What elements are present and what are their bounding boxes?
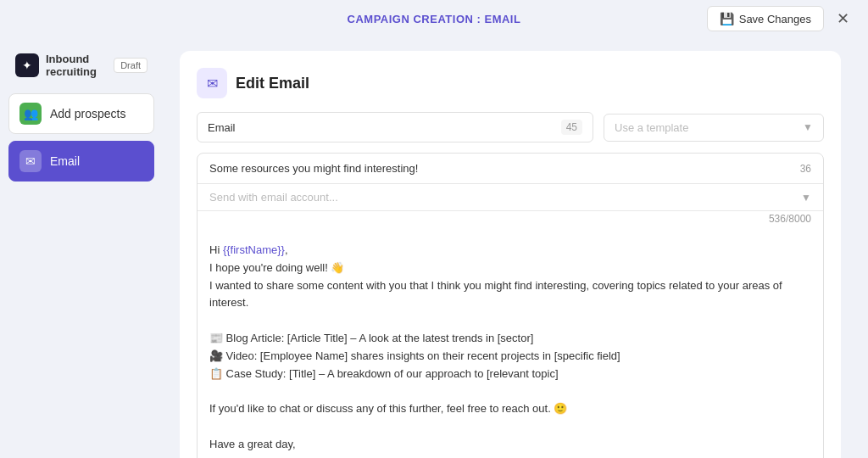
sidebar-item-label: Email (50, 154, 80, 168)
edit-panel-header: ✉ Edit Email (197, 68, 824, 98)
top-bar-actions: 💾 Save Changes ✕ (707, 6, 854, 31)
main-content: ✉ Edit Email Email 45 Use a template ▼ S… (163, 37, 868, 458)
chevron-down-icon: ▼ (803, 121, 813, 133)
add-prospects-icon: 👥 (19, 103, 42, 125)
app-layout: ✦ Inbound recruiting Draft 👥 Add prospec… (0, 37, 868, 458)
body-text: Hi {{firstName}}, I hope you're doing we… (209, 242, 811, 458)
brand-name: Inbound recruiting (46, 53, 107, 78)
sidebar-brand: ✦ Inbound recruiting Draft (8, 47, 154, 83)
email-template-row: Email 45 Use a template ▼ (197, 112, 824, 142)
sidebar-item-email[interactable]: ✉ Email (8, 141, 154, 182)
save-icon: 💾 (720, 12, 734, 25)
email-field[interactable]: Email 45 (197, 112, 593, 142)
body-char-count: 536/8000 (198, 211, 823, 230)
email-body-container: Some resources you might find interestin… (197, 153, 824, 458)
template-placeholder: Use a template (615, 121, 688, 134)
sidebar-item-label: Add prospects (50, 107, 126, 120)
draft-badge: Draft (114, 58, 147, 73)
edit-panel-icon: ✉ (197, 68, 227, 98)
edit-panel: ✉ Edit Email Email 45 Use a template ▼ S… (180, 51, 841, 458)
campaign-title: CAMPAIGN CREATION : Email (348, 13, 521, 25)
email-body-area[interactable]: Hi {{firstName}}, I hope you're doing we… (198, 230, 823, 458)
email-icon: ✉ (19, 150, 42, 172)
close-button[interactable]: ✕ (831, 7, 854, 31)
subject-text: Some resources you might find interestin… (209, 162, 418, 175)
top-bar: CAMPAIGN CREATION : Email 💾 Save Changes… (0, 0, 868, 37)
template-select[interactable]: Use a template ▼ (604, 114, 824, 142)
chevron-down-icon: ▼ (801, 192, 811, 204)
send-account-row[interactable]: Send with email account... ▼ (198, 184, 823, 211)
email-field-label: Email (208, 121, 561, 134)
send-account-placeholder: Send with email account... (209, 191, 338, 204)
sidebar-item-add-prospects[interactable]: 👥 Add prospects (8, 93, 154, 134)
brand-icon: ✦ (15, 53, 39, 77)
save-changes-button[interactable]: 💾 Save Changes (707, 6, 824, 31)
edit-panel-title: Edit Email (236, 75, 309, 92)
subject-char-count: 36 (800, 163, 811, 175)
email-char-count: 45 (561, 120, 582, 135)
sidebar: ✦ Inbound recruiting Draft 👥 Add prospec… (0, 37, 163, 458)
subject-bar: Some resources you might find interestin… (198, 154, 823, 184)
